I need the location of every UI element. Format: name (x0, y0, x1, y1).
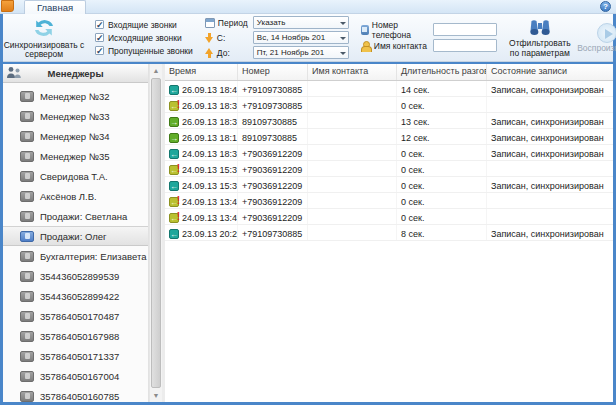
sidebar-item[interactable]: Менеджер №33 (3, 106, 148, 126)
call-number: +79036912209 (238, 209, 308, 224)
sync-server-label: Синхронизировать с сервером (3, 41, 85, 60)
column-header-state[interactable]: Состояние записи (487, 64, 613, 80)
sidebar-title: Менеджеры (3, 68, 148, 79)
call-time: 26.09.13 18:39... (182, 101, 238, 111)
arrow-down-icon (205, 33, 214, 43)
date-from-select[interactable]: Вс, 14 Ноябрь 201 (253, 31, 349, 44)
folder-icon (20, 271, 34, 282)
folder-icon (20, 191, 34, 202)
sidebar-header: Менеджеры (3, 64, 148, 83)
checkbox-icon[interactable] (95, 33, 104, 42)
folder-icon (20, 331, 34, 342)
period-value: Указать (257, 18, 286, 27)
outgoing-call-icon (169, 117, 179, 127)
tab-strip: Главная ? (0, 0, 616, 14)
contact-name-input[interactable] (433, 39, 497, 52)
call-duration: 0 сек. (397, 161, 487, 176)
sidebar-item-label: Продажи: Олег (40, 231, 107, 242)
column-header-contact[interactable]: Имя контакта (308, 64, 397, 80)
sidebar-item[interactable]: Бухгалтерия: Елизавета (3, 246, 148, 266)
tab-main[interactable]: Главная (24, 0, 86, 14)
sidebar-item[interactable]: Продажи: Светлана (3, 206, 148, 226)
chevron-down-icon (340, 52, 346, 55)
app-window: Главная ? Синхронизировать с сервером (0, 0, 616, 405)
sidebar-item-label: Менеджер №33 (40, 111, 110, 122)
table-row[interactable]: 26.09.13 18:39... 89109730885 13 сек. За… (165, 113, 613, 129)
table-row[interactable]: 26.09.13 18:41... +79109730885 14 сек. З… (165, 81, 613, 97)
scroll-down-icon[interactable]: ▼ (150, 389, 162, 402)
filter-button[interactable]: Отфильтровать по параметрам (505, 17, 575, 58)
checkbox-icon[interactable] (95, 46, 104, 55)
call-time: 24.09.13 18:33... (182, 149, 238, 159)
sidebar-item[interactable]: Продажи: Олег (3, 226, 148, 246)
ribbon: Синхронизировать с сервером Входящие зво… (3, 14, 613, 62)
call-state (487, 97, 613, 112)
table-row[interactable]: 26.09.13 18:39... +79109730885 0 сек. (165, 97, 613, 113)
play-button[interactable]: Воспроизвести (579, 14, 616, 61)
call-filter-row[interactable]: Исходящие звонки (95, 33, 193, 43)
sidebar-item[interactable]: 357864050167988 (3, 326, 148, 346)
play-button-label: Воспроизвести (577, 44, 616, 54)
table-row[interactable]: 24.09.13 15:39... +79036912209 0 сек. (165, 161, 613, 177)
table-header: Время Номер Имя контакта Длительность ра… (165, 64, 613, 81)
folder-icon (20, 371, 34, 382)
table-row[interactable]: 24.09.13 18:33... +79036912209 0 сек. За… (165, 145, 613, 161)
date-to-select[interactable]: Пт, 21 Ноябрь 201 (253, 46, 349, 59)
sidebar-item[interactable]: Менеджер №34 (3, 126, 148, 146)
records-table: Время Номер Имя контакта Длительность ра… (165, 64, 613, 402)
sidebar-item[interactable]: 354436052899539 (3, 266, 148, 286)
call-state: Записан, синхронизирован (487, 145, 613, 160)
incoming-call-icon (169, 229, 179, 239)
sidebar-item-label: 357864050160785 (40, 391, 119, 402)
call-state: Записан, синхронизирован (487, 81, 613, 96)
sidebar-item[interactable]: 357864050171337 (3, 346, 148, 366)
sidebar-item-label: Сверидова Т.А. (40, 171, 108, 182)
call-contact (308, 177, 397, 192)
table-row[interactable]: 23.09.13 20:29... +79109730885 8 сек. За… (165, 225, 613, 241)
sidebar-item[interactable]: 357864050167004 (3, 366, 148, 386)
table-row[interactable]: 24.09.13 13:44... +79036912209 0 сек. (165, 193, 613, 209)
person-icon (361, 41, 371, 51)
scroll-up-icon[interactable]: ▲ (150, 64, 162, 77)
call-contact (308, 193, 397, 208)
sidebar-item[interactable]: Аксёнов Л.В. (3, 186, 148, 206)
content-area: Менеджеры Менеджер №32 Менеджер №33 (3, 64, 613, 402)
call-state: Записан, синхронизирован (487, 177, 613, 192)
table-row[interactable]: 26.09.13 18:17... 89109730885 12 сек. За… (165, 129, 613, 145)
phone-number-input[interactable] (433, 23, 497, 36)
filter-button-label: Отфильтровать по параметрам (505, 39, 575, 58)
checkbox-icon[interactable] (95, 20, 104, 29)
column-header-time[interactable]: Время (165, 64, 238, 80)
help-icon[interactable]: ? (600, 1, 611, 12)
sidebar-item[interactable]: Сверидова Т.А. (3, 166, 148, 186)
managers-icon (6, 66, 22, 82)
sidebar-item[interactable]: 354436052899422 (3, 286, 148, 306)
call-contact (308, 113, 397, 128)
call-filter-row[interactable]: Входящие звонки (95, 20, 193, 30)
call-contact (308, 209, 397, 224)
app-menu-button[interactable] (1, 0, 14, 12)
sync-server-button[interactable]: Синхронизировать с сервером (3, 16, 85, 60)
call-duration: 0 сек. (397, 193, 487, 208)
phone-icon (361, 25, 369, 35)
sidebar-item[interactable]: Менеджер №32 (3, 86, 148, 106)
column-header-number[interactable]: Номер (238, 64, 308, 80)
sidebar-item[interactable]: Менеджер №35 (3, 146, 148, 166)
sidebar-scrollbar[interactable]: ▲ ▼ (149, 64, 162, 402)
folder-icon (20, 131, 34, 142)
sidebar-item-label: 354436052899539 (40, 271, 119, 282)
call-state: Записан, синхронизирован (487, 225, 613, 240)
missed-call-icon (169, 213, 179, 223)
period-select[interactable]: Указать (253, 16, 349, 29)
sidebar-item[interactable]: 357864050160785 (3, 386, 148, 402)
date-to-value: Пт, 21 Ноябрь 201 (257, 48, 324, 57)
scrollbar-thumb[interactable] (151, 78, 161, 388)
sidebar-item[interactable]: 357864050170487 (3, 306, 148, 326)
folder-icon (20, 91, 34, 102)
call-filter-label: Пропущенные звонки (108, 46, 193, 56)
table-row[interactable]: 24.09.13 15:37... +79036912209 0 сек. За… (165, 177, 613, 193)
sync-icon (32, 17, 56, 41)
call-filter-row[interactable]: Пропущенные звонки (95, 46, 193, 56)
column-header-duration[interactable]: Длительность разгов... (397, 64, 487, 80)
table-row[interactable]: 24.09.13 13:40... +79036912209 0 сек. (165, 209, 613, 225)
